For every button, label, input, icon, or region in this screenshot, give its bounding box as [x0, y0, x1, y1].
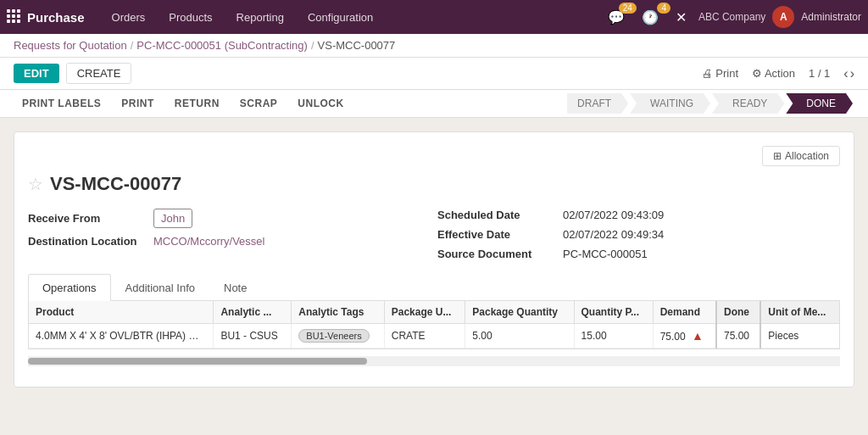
- nav-menu: Orders Products Reporting Configuration: [102, 8, 603, 27]
- page-counter: 1 / 1: [809, 67, 830, 80]
- demand-alert-icon: ▲: [692, 329, 704, 343]
- source-doc-label: Source Document: [437, 248, 556, 260]
- receive-from-row: Receive From John: [28, 209, 431, 228]
- cell-done: 75.00: [716, 324, 760, 349]
- doc-title: VS-MCC-00077: [50, 173, 181, 195]
- form-grid: Receive From John Destination Location M…: [28, 209, 840, 260]
- allocation-button[interactable]: ⊞ Allocation: [762, 146, 840, 166]
- col-analytic: Analytic ...: [214, 301, 292, 324]
- cell-tags: BU1-Veneers: [292, 324, 384, 349]
- breadcrumb-current: VS-MCC-00077: [318, 39, 396, 52]
- col-qty-p: Quantity P...: [574, 301, 653, 324]
- status-draft: DRAFT: [567, 93, 628, 114]
- print-button[interactable]: 🖨 Print: [702, 67, 738, 80]
- receive-from-value: John: [161, 212, 185, 225]
- close-button[interactable]: ✕: [670, 8, 692, 27]
- main-content: ⊞ Allocation ☆ VS-MCC-00077 Receive From…: [0, 118, 868, 401]
- form-left: Receive From John Destination Location M…: [28, 209, 431, 260]
- nav-orders[interactable]: Orders: [102, 8, 156, 27]
- tag-bu1-veneers[interactable]: BU1-Veneers: [298, 329, 369, 343]
- destination-row: Destination Location MCCO/Mccorry/Vessel: [28, 235, 431, 248]
- nav-products[interactable]: Products: [159, 8, 222, 27]
- action-bar: EDIT CREATE 🖨 Print ⚙ Action 1 / 1 ‹ ›: [0, 58, 868, 90]
- destination-value: MCCO/Mccorry/Vessel: [153, 235, 264, 248]
- effective-date-label: Effective Date: [437, 228, 556, 241]
- nav-reporting[interactable]: Reporting: [226, 8, 294, 27]
- messages-badge[interactable]: 💬 24: [603, 8, 630, 27]
- source-doc-value: PC-MCC-000051: [563, 248, 648, 260]
- status-waiting: WAITING: [630, 93, 710, 114]
- print-labels-button[interactable]: PRINT LABELS: [14, 94, 109, 113]
- cell-pkg-qty: 5.00: [465, 324, 574, 349]
- svg-rect-3: [7, 14, 10, 18]
- operations-table-wrapper: Product Analytic ... Analytic Tags Packa…: [28, 301, 840, 349]
- breadcrumb-sep2: /: [311, 39, 314, 52]
- svg-rect-5: [17, 14, 20, 18]
- horizontal-scrollbar[interactable]: [28, 356, 840, 366]
- receive-from-box: John: [153, 209, 192, 228]
- receive-from-label: Receive From: [28, 212, 147, 225]
- effective-date-row: Effective Date 02/07/2022 09:49:34: [437, 228, 840, 241]
- form-right: Scheduled Date 02/07/2022 09:43:09 Effec…: [437, 209, 840, 260]
- clock-count: 4: [657, 3, 670, 14]
- scheduled-date-row: Scheduled Date 02/07/2022 09:43:09: [437, 209, 840, 221]
- cell-product: 4.0MM X 4' X 8' OVL/BTR (IHPA) MR MERANT…: [29, 324, 214, 349]
- clock-badge[interactable]: 🕐 4: [637, 8, 664, 27]
- favorite-star-icon[interactable]: ☆: [28, 174, 43, 194]
- edit-button[interactable]: EDIT: [14, 64, 59, 83]
- source-doc-row: Source Document PC-MCC-000051: [437, 248, 840, 260]
- create-button[interactable]: CREATE: [66, 63, 132, 84]
- svg-rect-0: [7, 9, 10, 13]
- cell-package: CRATE: [384, 324, 465, 349]
- destination-label: Destination Location: [28, 235, 147, 248]
- top-navigation: Purchase Orders Products Reporting Confi…: [0, 0, 868, 34]
- cell-unit: Pieces: [760, 324, 839, 349]
- nav-configuration[interactable]: Configuration: [298, 8, 383, 27]
- apps-icon[interactable]: [7, 9, 20, 25]
- cell-qty-p: 15.00: [574, 324, 653, 349]
- company-name: ABC Company: [698, 11, 765, 23]
- action-bar-right: 🖨 Print ⚙ Action 1 / 1 ‹ ›: [702, 66, 854, 81]
- document-card: ⊞ Allocation ☆ VS-MCC-00077 Receive From…: [14, 131, 854, 388]
- doc-title-row: ☆ VS-MCC-00077: [28, 173, 840, 195]
- nav-arrows: ‹ ›: [843, 66, 854, 81]
- tabs: Operations Additional Info Note: [28, 274, 840, 301]
- tab-note[interactable]: Note: [209, 274, 261, 301]
- svg-rect-8: [17, 20, 20, 23]
- svg-rect-2: [17, 9, 20, 13]
- allocation-grid-icon: ⊞: [773, 150, 782, 162]
- col-unit: Unit of Me...: [760, 301, 839, 324]
- breadcrumb-rfq[interactable]: Requests for Quotation: [14, 39, 127, 52]
- svg-rect-7: [12, 20, 15, 23]
- return-button[interactable]: RETURN: [166, 94, 228, 113]
- col-analytic-tags: Analytic Tags: [292, 301, 384, 324]
- user-avatar[interactable]: A: [772, 6, 794, 28]
- status-ready: READY: [712, 93, 784, 114]
- prev-arrow[interactable]: ‹: [843, 66, 848, 81]
- col-done: Done: [716, 301, 760, 324]
- messages-count: 24: [619, 3, 637, 14]
- action-button[interactable]: ⚙ Action: [752, 67, 795, 80]
- print-button-2[interactable]: PRINT: [113, 94, 163, 113]
- status-pipeline: DRAFT WAITING READY DONE: [567, 93, 854, 114]
- breadcrumb-po[interactable]: PC-MCC-000051 (SubContracting): [136, 39, 308, 52]
- status-done: DONE: [786, 93, 853, 114]
- cell-demand: 75.00 ▲: [653, 324, 716, 349]
- svg-rect-4: [12, 14, 15, 18]
- tab-additional-info[interactable]: Additional Info: [111, 274, 209, 301]
- tab-operations[interactable]: Operations: [28, 274, 111, 301]
- secondary-bar: PRINT LABELS PRINT RETURN SCRAP UNLOCK D…: [0, 90, 868, 118]
- effective-date-value: 02/07/2022 09:49:34: [563, 228, 664, 241]
- scheduled-date-label: Scheduled Date: [437, 209, 556, 221]
- scrollbar-thumb[interactable]: [28, 358, 367, 365]
- table-header-row: Product Analytic ... Analytic Tags Packa…: [29, 301, 839, 324]
- scrap-button[interactable]: SCRAP: [231, 94, 287, 113]
- admin-name: Administrator: [801, 11, 861, 23]
- col-pkg-qty: Package Quantity: [465, 301, 574, 324]
- col-product: Product: [29, 301, 214, 324]
- unlock-button[interactable]: UNLOCK: [289, 94, 352, 113]
- breadcrumb: Requests for Quotation / PC-MCC-000051 (…: [0, 34, 868, 58]
- next-arrow[interactable]: ›: [850, 66, 854, 81]
- breadcrumb-sep1: /: [131, 39, 134, 52]
- nav-right: 💬 24 🕐 4 ✕ ABC Company A Administrator: [603, 6, 861, 28]
